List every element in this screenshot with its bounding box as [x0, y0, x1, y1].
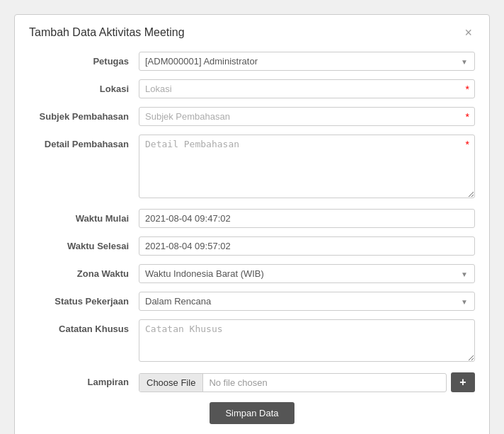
detail-textarea[interactable] — [139, 135, 475, 198]
wrap-subjek: * — [139, 107, 475, 126]
file-row: Choose File No file chosen + — [139, 372, 475, 392]
wrap-zona-waktu: Waktu Indonesia Barat (WIB) Waktu Indone… — [139, 264, 475, 283]
modal-tambah-data: Tambah Data Aktivitas Meeting × Petugas … — [14, 14, 490, 434]
row-lokasi: Lokasi * — [29, 79, 475, 98]
choose-file-button[interactable]: Choose File — [139, 374, 203, 392]
row-subjek: Subjek Pembahasan * — [29, 107, 475, 126]
subjek-input[interactable] — [139, 107, 475, 126]
file-input-wrapper: Choose File No file chosen — [139, 373, 447, 392]
file-name-display: No file chosen — [203, 374, 273, 392]
wrap-lokasi: * — [139, 79, 475, 98]
select-wrapper-zona: Waktu Indonesia Barat (WIB) Waktu Indone… — [139, 264, 475, 283]
waktu-selesai-input[interactable] — [139, 236, 475, 256]
lokasi-input[interactable] — [139, 79, 475, 98]
required-star-subjek: * — [466, 111, 469, 122]
wrap-waktu-mulai — [139, 209, 475, 228]
label-lokasi: Lokasi — [29, 79, 139, 94]
required-star-lokasi: * — [466, 84, 469, 95]
row-lampiran: Lampiran Choose File No file chosen + — [29, 372, 475, 392]
label-status: Status Pekerjaan — [29, 292, 139, 307]
waktu-mulai-input[interactable] — [139, 209, 475, 228]
modal-title: Tambah Data Aktivitas Meeting — [29, 26, 185, 39]
label-catatan: Catatan Khusus — [29, 319, 139, 334]
select-wrapper-petugas: [ADM000001] Administrator — [139, 52, 475, 71]
row-zona-waktu: Zona Waktu Waktu Indonesia Barat (WIB) W… — [29, 264, 475, 283]
label-petugas: Petugas — [29, 52, 139, 67]
modal-header: Tambah Data Aktivitas Meeting × — [29, 26, 475, 39]
wrap-detail: * — [139, 135, 475, 200]
label-waktu-mulai: Waktu Mulai — [29, 209, 139, 224]
status-select[interactable]: Dalam Rencana Sedang Berjalan Selesai — [139, 292, 475, 311]
label-detail: Detail Pembahasan — [29, 135, 139, 149]
submit-row: Simpan Data — [29, 402, 475, 424]
petugas-select[interactable]: [ADM000001] Administrator — [139, 52, 475, 71]
wrap-lampiran: Choose File No file chosen + — [139, 372, 475, 392]
catatan-textarea[interactable] — [139, 319, 475, 362]
row-petugas: Petugas [ADM000001] Administrator — [29, 52, 475, 71]
zona-waktu-select[interactable]: Waktu Indonesia Barat (WIB) Waktu Indone… — [139, 264, 475, 283]
wrap-status: Dalam Rencana Sedang Berjalan Selesai — [139, 292, 475, 311]
select-wrapper-status: Dalam Rencana Sedang Berjalan Selesai — [139, 292, 475, 311]
add-lampiran-button[interactable]: + — [451, 372, 475, 392]
wrap-catatan — [139, 319, 475, 364]
label-lampiran: Lampiran — [29, 372, 139, 387]
simpan-data-button[interactable]: Simpan Data — [210, 402, 294, 424]
wrap-waktu-selesai — [139, 236, 475, 256]
row-waktu-selesai: Waktu Selesai — [29, 236, 475, 256]
label-zona-waktu: Zona Waktu — [29, 264, 139, 279]
label-subjek: Subjek Pembahasan — [29, 107, 139, 122]
row-status: Status Pekerjaan Dalam Rencana Sedang Be… — [29, 292, 475, 311]
label-waktu-selesai: Waktu Selesai — [29, 236, 139, 251]
wrap-petugas: [ADM000001] Administrator — [139, 52, 475, 71]
row-catatan: Catatan Khusus — [29, 319, 475, 364]
required-star-detail: * — [466, 139, 469, 150]
row-detail: Detail Pembahasan * — [29, 135, 475, 200]
close-button[interactable]: × — [462, 26, 475, 39]
row-waktu-mulai: Waktu Mulai — [29, 209, 475, 228]
